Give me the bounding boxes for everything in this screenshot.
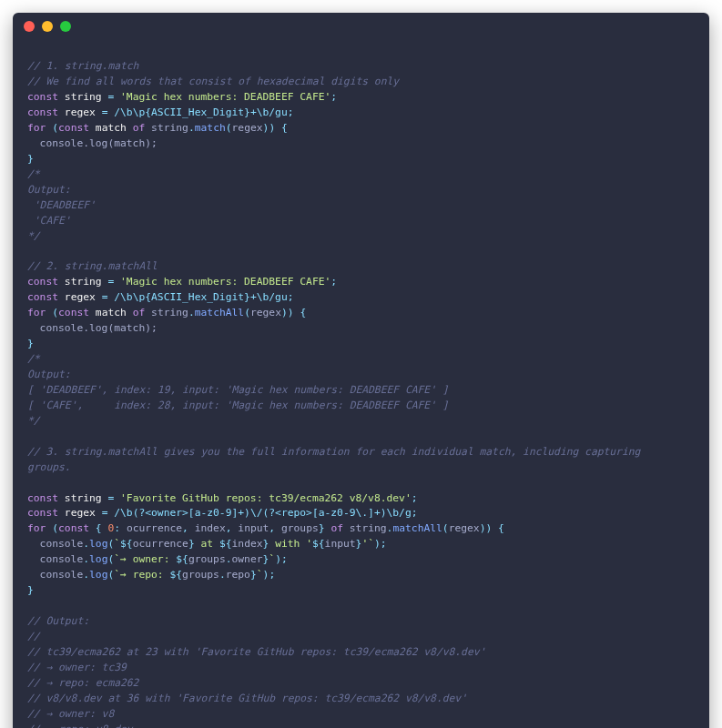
punct: ) [288,307,294,318]
keyword: for [27,522,46,534]
method: log [89,569,107,581]
punct: , [269,522,281,534]
comment: // Output: [27,615,89,627]
keyword: const [27,106,58,118]
comment: /* [27,168,40,180]
punct: ( [226,122,232,134]
punct: ; [412,492,418,504]
close-icon[interactable] [24,21,35,32]
comment: */ [27,230,40,242]
window-titlebar [13,13,709,40]
maximize-icon[interactable] [60,21,71,32]
punct: } [27,584,34,596]
operator: = [102,276,120,288]
comment: 'CAFE' [27,215,71,227]
operator: = [96,106,114,118]
method: matchAll [392,522,442,534]
minimize-icon[interactable] [42,21,53,32]
punct: . [226,553,232,565]
punct: ( [442,522,449,534]
template-literal: with ' [269,538,312,550]
identifier: string [151,307,188,318]
comment: // v8/v8.dev at 36 with 'Favorite GitHub… [27,693,467,704]
punct: ( [244,307,250,318]
comment: // → owner: v8 [27,708,114,720]
comment: // [27,631,40,642]
comment: // We find all words that consist of hex… [27,76,399,87]
template-literal: ` [368,538,374,550]
punct: } [27,338,34,349]
template-literal: → repo: [120,569,169,581]
method: matchAll [195,307,244,318]
keyword: const [27,507,58,519]
punct: { [89,522,107,534]
method: log [89,553,107,565]
identifier: owner [232,553,263,565]
punct: , [226,522,239,534]
comment: /* [27,353,40,365]
punct: } [27,153,34,165]
comment: [ 'CAFE', index: 28, input: 'Magic hex n… [27,399,449,411]
keyword: for [27,122,46,134]
comment: Output: [27,184,71,196]
punct: ; [281,553,288,565]
punct: . [188,122,195,134]
punct: ; [269,569,275,581]
identifier: match [96,307,127,318]
identifier: string [65,276,102,288]
punct: ; [412,507,418,519]
keyword: const [58,522,89,534]
identifier: console [40,569,84,581]
keyword: const [58,122,89,134]
identifier: input [238,522,269,534]
identifier: string [350,522,387,534]
comment: // 2. string.matchAll [27,260,158,272]
punct: ; [288,291,294,303]
comment: Output: [27,369,71,380]
comment: // 1. string.match [27,60,138,72]
identifier: regex [65,507,96,519]
comment: // 3. string.matchAll gives you the full… [27,446,640,458]
comment: // → repo: v8.dev [27,723,133,728]
punct: ) [374,538,381,550]
punct: ; [288,106,294,118]
punct: . [188,307,195,318]
punct: ( [52,522,58,534]
interp: ${ [120,538,133,550]
operator: = [96,291,114,303]
identifier: match [96,122,127,134]
keyword: const [27,91,58,103]
punct: ( [52,122,58,134]
identifier: console [40,553,84,565]
punct: . [83,538,89,550]
regex-literal: /\b\p{ASCII_Hex_Digit}+\b/gu [114,291,287,303]
identifier: ocurrence [127,522,182,534]
comment: 'DEADBEEF' [27,199,96,211]
identifier: string [65,91,102,103]
identifier: regex [65,291,96,303]
identifier: regex [65,106,96,118]
operator: = [96,507,114,519]
identifier: regex [232,122,263,134]
punct: , [182,522,195,534]
identifier: string [65,492,102,504]
string-literal: 'Magic hex numbers: DEADBEEF CAFE' [120,276,330,288]
punct: } [319,522,331,534]
identifier: regex [449,522,480,534]
keyword: const [27,291,58,303]
comment: // → repo: ecma262 [27,677,138,689]
template-literal: ` [257,569,263,581]
identifier: groups [188,553,226,565]
template-literal: at [195,538,219,550]
code-window: // 1. string.match // We find all words … [13,13,709,728]
punct: ) [269,122,275,134]
keyword: for [27,307,46,318]
keyword: const [27,276,58,288]
interp: ${ [169,569,182,581]
comment: */ [27,415,40,427]
punct: ( [52,307,58,318]
keyword: of [330,522,343,534]
identifier: repo [226,569,250,581]
interp: ${ [219,538,232,550]
punct: ; [381,538,387,550]
